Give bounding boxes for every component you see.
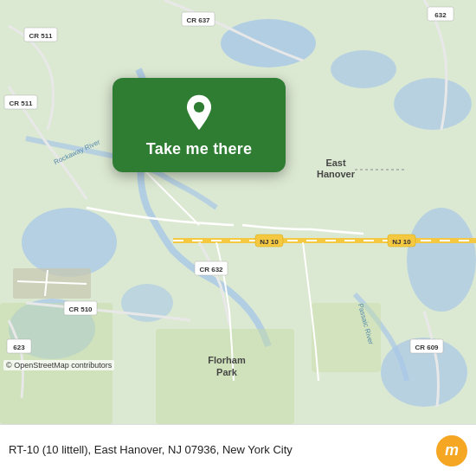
svg-text:Florham: Florham: [208, 355, 246, 365]
svg-text:CR 632: CR 632: [199, 266, 223, 273]
svg-text:CR 510: CR 510: [68, 306, 93, 313]
svg-text:East: East: [325, 158, 346, 168]
svg-point-44: [194, 102, 204, 113]
svg-text:632: 632: [434, 11, 447, 19]
osm-attribution: © OpenStreetMap contributors: [3, 360, 114, 370]
svg-text:NJ 10: NJ 10: [392, 238, 411, 246]
moovit-logo-mark: m: [436, 435, 467, 466]
take-me-there-button[interactable]: Take me there: [146, 140, 252, 158]
location-pin-icon: [180, 93, 218, 132]
svg-text:Park: Park: [216, 367, 238, 377]
svg-text:CR 609: CR 609: [415, 344, 439, 351]
bottom-bar: RT-10 (10 littell), East Hanover, NJ 079…: [0, 424, 476, 476]
location-text: RT-10 (10 littell), East Hanover, NJ 079…: [9, 442, 428, 458]
svg-point-5: [22, 208, 117, 277]
svg-point-4: [407, 208, 476, 312]
moovit-logo: m: [436, 435, 467, 466]
svg-text:CR 511: CR 511: [9, 100, 33, 107]
popup-card: Take me there: [113, 78, 286, 172]
svg-text:CR 511: CR 511: [29, 32, 53, 40]
svg-text:NJ 10: NJ 10: [260, 238, 279, 246]
svg-point-3: [394, 78, 472, 130]
svg-text:623: 623: [13, 344, 25, 351]
svg-text:Hanover: Hanover: [317, 169, 356, 179]
map-container: CR 511 CR 511 CR 637 632 NJ 10 NJ 10 CR …: [0, 0, 476, 424]
svg-point-2: [331, 50, 396, 88]
svg-text:CR 637: CR 637: [186, 16, 210, 24]
